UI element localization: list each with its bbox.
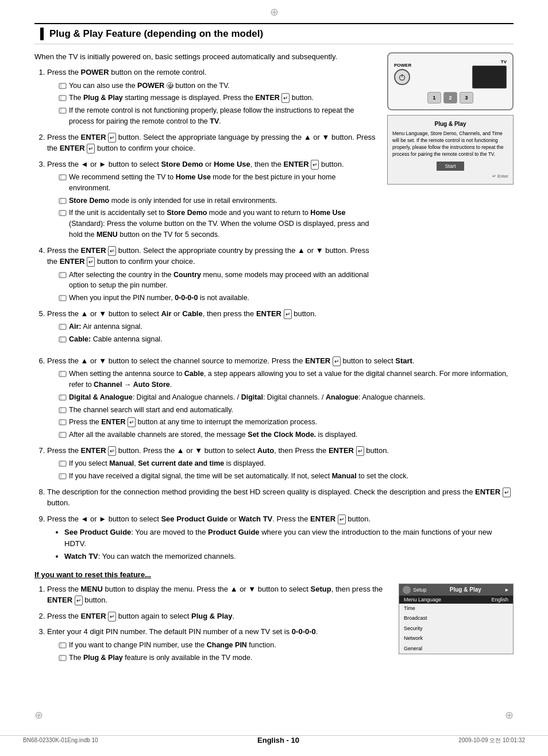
note-item: Air: Air antenna signal. bbox=[59, 321, 376, 332]
dialog-start-button: Start bbox=[437, 162, 464, 171]
step-5-notes: Air: Air antenna signal. Cable: Cable an… bbox=[47, 321, 376, 345]
setup-menu-header: Setup Plug & Play ► bbox=[399, 584, 513, 596]
footer-left: BN68-02330K-01Eng.indb 10 bbox=[23, 737, 98, 743]
step-1: Press the POWER button on the remote con… bbox=[47, 67, 376, 127]
menu-item-menu-language: Menu Language English bbox=[399, 596, 513, 604]
tv-screen-area: POWER TV bbox=[394, 59, 507, 89]
menu-item-time: Time bbox=[399, 604, 513, 614]
tv-graphic: POWER TV 1 2 bbox=[387, 52, 514, 110]
main-text-area: When the TV is initially powered on, bas… bbox=[34, 52, 376, 350]
note-item: After all the available channels are sto… bbox=[59, 429, 514, 440]
step-4: Press the ENTER ↵ button. Select the app… bbox=[47, 245, 376, 304]
note-item: Press the ENTER ↵ button at any time to … bbox=[59, 417, 514, 428]
main-steps-list: Press the POWER button on the remote con… bbox=[34, 67, 376, 345]
tv-screen bbox=[472, 66, 507, 89]
crosshair-bottom-right-icon: ⊕ bbox=[505, 709, 514, 722]
note-item: You can also use the POWER ⏻ button on t… bbox=[59, 80, 376, 91]
note-item: The channel search will start and end au… bbox=[59, 405, 514, 416]
note-item: Cable: Cable antenna signal. bbox=[59, 334, 376, 345]
arrow-right-icon: ► bbox=[504, 587, 510, 593]
title-bar-accent bbox=[40, 28, 44, 40]
step-6: Press the ▲ or ▼ button to select the ch… bbox=[47, 355, 514, 440]
top-content: When the TV is initially powered on, bas… bbox=[34, 52, 514, 350]
step-7: Press the ENTER ↵ button. Press the ▲ or… bbox=[47, 445, 514, 482]
tv-diagram: POWER TV 1 2 bbox=[387, 52, 514, 350]
footer: BN68-02330K-01Eng.indb 10 English - 10 2… bbox=[0, 735, 548, 745]
menu-item-label: Menu Language bbox=[404, 597, 441, 603]
step-9: Press the ◄ or ► button to select See Pr… bbox=[47, 513, 514, 562]
step-4-notes: After selecting the country in the Count… bbox=[47, 270, 376, 304]
note-item: The Plug & Play feature is only availabl… bbox=[59, 653, 514, 663]
menu-item-value: English bbox=[491, 597, 508, 603]
tv-btn-1: 1 bbox=[427, 92, 441, 103]
step-1-notes: You can also use the POWER ⏻ button on t… bbox=[47, 80, 376, 127]
note-item: Digital & Analogue: Digital and Analogue… bbox=[59, 392, 514, 403]
menu-item-security: Security bbox=[399, 624, 513, 634]
step-7-notes: If you select Manual, Set current date a… bbox=[47, 458, 514, 482]
dialog-body: Menu Language, Store Demo, Channels, and… bbox=[392, 131, 508, 158]
intro-text: When the TV is initially powered on, bas… bbox=[34, 52, 376, 61]
note-item: When you input the PIN number, 0-0-0-0 i… bbox=[59, 293, 376, 304]
page-title: Plug & Play Feature (depending on the mo… bbox=[49, 28, 263, 40]
reset-section: If you want to reset this feature... Set… bbox=[34, 570, 514, 663]
page: ⊕ Plug & Play Feature (depending on the … bbox=[0, 0, 548, 756]
reset-section-title: If you want to reset this feature... bbox=[34, 570, 514, 579]
dialog-title: Plug & Play bbox=[392, 120, 508, 128]
tv-power-label: POWER bbox=[394, 63, 411, 68]
crosshair-bottom-left-icon: ⊕ bbox=[34, 709, 43, 722]
bullet-item: Watch TV: You can watch the memorized ch… bbox=[64, 551, 514, 562]
note-item: After selecting the country in the Count… bbox=[59, 270, 376, 291]
tv-power-button-icon bbox=[394, 69, 410, 85]
setup-label: Setup bbox=[413, 587, 427, 593]
step-3: Press the ◄ or ► button to select Store … bbox=[47, 159, 376, 240]
step-5: Press the ▲ or ▼ button to select Air or… bbox=[47, 308, 376, 345]
plug-play-label: Plug & Play bbox=[429, 586, 503, 593]
main-steps-list-2: Press the ▲ or ▼ button to select the ch… bbox=[34, 355, 514, 562]
note-item: If you want to change PIN number, use th… bbox=[59, 640, 514, 651]
plug-play-dialog: Plug & Play Menu Language, Store Demo, C… bbox=[387, 115, 514, 185]
note-item: If the remote control is not functioning… bbox=[59, 105, 376, 127]
note-item: If you have received a digital signal, t… bbox=[59, 471, 514, 482]
menu-item-broadcast: Broadcast bbox=[399, 613, 513, 624]
step-3-notes: We recommend setting the TV to Home Use … bbox=[47, 172, 376, 240]
tv-label: TV bbox=[472, 59, 507, 64]
tv-buttons-row: 1 2 3 bbox=[394, 92, 507, 103]
dialog-enter-label: ↵ Enter bbox=[392, 173, 508, 179]
step-9-bullets: See Product Guide: You are moved to the … bbox=[47, 527, 514, 562]
note-item: We recommend setting the TV to Home Use … bbox=[59, 172, 376, 194]
footer-right: 2009-10-09 오전 10:01:32 bbox=[458, 736, 525, 745]
bullet-item: See Product Guide: You are moved to the … bbox=[64, 527, 514, 549]
note-item: When setting the antenna source to Cable… bbox=[59, 369, 514, 390]
note-item: Store Demo mode is only intended for use… bbox=[59, 195, 376, 206]
step-2: Press the ENTER ↵ button. Select the app… bbox=[47, 132, 376, 154]
section-title-bar: Plug & Play Feature (depending on the mo… bbox=[34, 23, 514, 44]
crosshair-top-icon: ⊕ bbox=[270, 6, 279, 18]
tv-btn-3: 3 bbox=[460, 92, 473, 103]
step-8: The description for the connection metho… bbox=[47, 486, 514, 509]
footer-center: English - 10 bbox=[257, 736, 299, 745]
step-6-notes: When setting the antenna source to Cable… bbox=[47, 369, 514, 440]
note-item: If you select Manual, Set current date a… bbox=[59, 458, 514, 469]
note-item: If the unit is accidentally set to Store… bbox=[59, 208, 376, 240]
tv-btn-2: 2 bbox=[443, 92, 457, 103]
note-item: The Plug & Play starting message is disp… bbox=[59, 93, 376, 103]
setup-gear-icon bbox=[403, 586, 411, 594]
